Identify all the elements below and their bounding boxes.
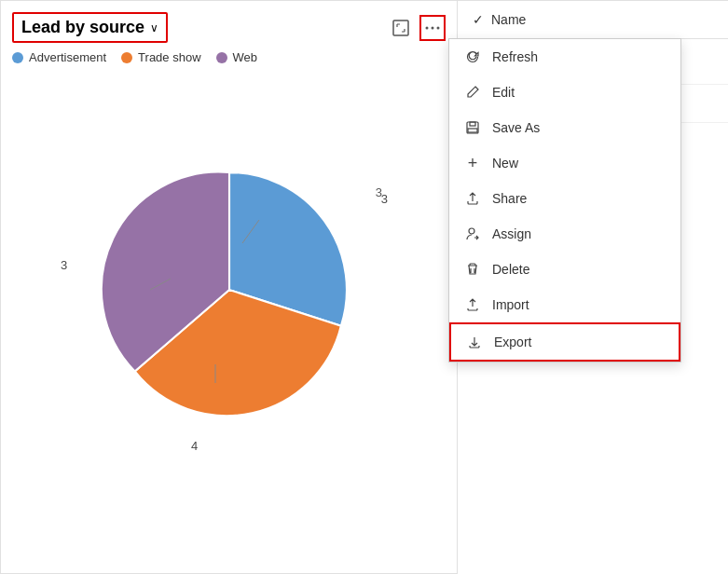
svg-rect-0 [393,20,408,35]
svg-point-2 [432,26,434,29]
new-icon: + [464,155,481,171]
share-icon [464,190,481,207]
menu-item-save-as[interactable]: Save As [449,110,680,145]
svg-point-1 [426,26,429,29]
menu-label-delete: Delete [492,262,529,277]
menu-item-share[interactable]: Share [449,181,680,216]
data-label-blue: 3 [381,192,388,206]
assign-icon [464,226,481,242]
chart-header: Lead by source ∨ [12,12,446,43]
refresh-icon [464,48,481,65]
dropdown-menu: Refresh Edit Save As + New [448,38,681,362]
menu-item-delete[interactable]: Delete [449,252,680,287]
chart-title: Lead by source [21,18,144,37]
menu-label-refresh: Refresh [492,49,538,64]
chart-title-box[interactable]: Lead by source ∨ [12,12,168,43]
legend-item-advertisement: Advertisement [12,50,106,64]
menu-label-import: Import [492,297,529,312]
expand-icon[interactable] [388,15,414,41]
svg-rect-9 [468,129,477,132]
menu-item-edit[interactable]: Edit [449,75,680,110]
import-icon [464,296,481,313]
more-options-button[interactable] [419,15,446,41]
menu-item-assign[interactable]: Assign [449,216,680,252]
svg-point-10 [469,228,474,234]
main-container: Lead by source ∨ [0,0,728,574]
chart-icons [388,15,446,41]
menu-label-share: Share [492,191,527,206]
menu-item-export[interactable]: Export [449,322,680,362]
menu-label-edit: Edit [492,85,515,100]
delete-icon [464,261,481,278]
legend-label-tradeshow: Trade show [138,50,200,64]
menu-item-refresh[interactable]: Refresh [449,39,680,75]
legend-item-tradeshow: Trade show [121,50,200,64]
chevron-down-icon: ∨ [150,21,158,34]
legend-dot-tradeshow [121,52,132,63]
svg-point-3 [437,26,440,29]
save-as-icon [464,119,481,136]
legend-label-advertisement: Advertisement [29,50,106,64]
legend-item-web: Web [216,50,258,64]
menu-label-assign: Assign [492,226,531,241]
menu-label-new: New [492,156,518,171]
data-label-purple: 3 [61,258,67,272]
column-header-name: Name [491,12,526,27]
data-label-orange: 4 [191,439,198,453]
legend-dot-web [216,52,227,63]
check-icon: ✓ [473,12,484,27]
menu-label-export: Export [494,335,531,349]
menu-item-import[interactable]: Import [449,287,680,322]
edit-icon [464,84,481,101]
svg-rect-7 [467,122,478,133]
export-icon [466,334,483,350]
legend: Advertisement Trade show Web [12,50,446,64]
menu-label-save-as: Save As [492,120,540,135]
pie-chart [99,159,360,420]
legend-dot-advertisement [12,52,23,63]
svg-rect-8 [470,122,475,126]
chart-panel: Lead by source ∨ [1,1,458,574]
legend-label-web: Web [233,50,258,64]
chart-area: 3 3 3 4 [12,75,446,504]
menu-item-new[interactable]: + New [449,145,680,181]
right-panel-header: ✓ Name [458,1,728,39]
